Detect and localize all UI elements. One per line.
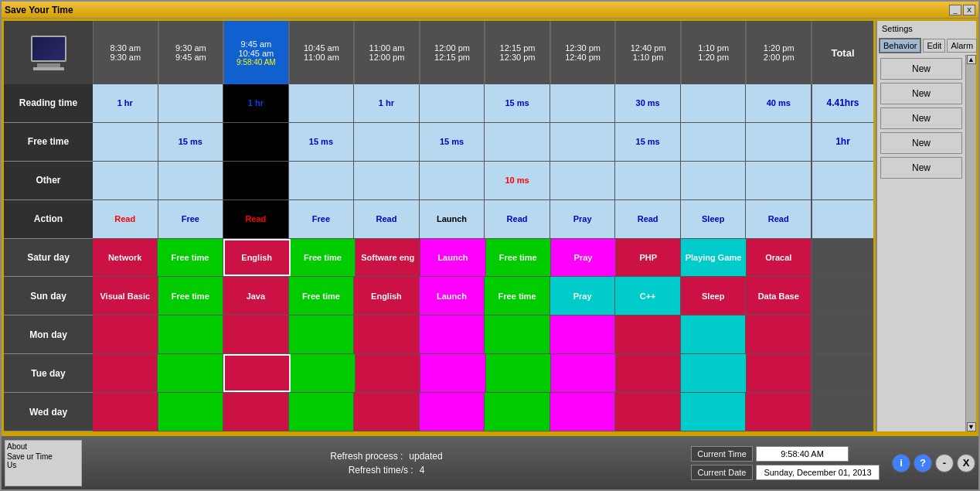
saturday-label[interactable]: Satur day — [4, 239, 93, 278]
sat-7[interactable]: Pray — [551, 239, 616, 277]
ar-2[interactable]: Read — [223, 200, 289, 238]
tue-0[interactable] — [93, 354, 158, 392]
mon-4[interactable] — [354, 315, 420, 353]
ft-3[interactable]: 15 ms — [289, 123, 355, 161]
ft-0[interactable] — [93, 123, 158, 161]
ar-8[interactable]: Read — [615, 200, 681, 238]
ot-5[interactable] — [420, 162, 485, 199]
ot-6[interactable]: 10 ms — [485, 162, 550, 199]
new-button-2[interactable]: New — [880, 83, 962, 104]
mon-5[interactable] — [420, 315, 485, 353]
ot-8[interactable] — [615, 162, 681, 199]
tue-10[interactable] — [747, 354, 812, 392]
scroll-down-button[interactable]: ▼ — [967, 422, 976, 431]
wed-10[interactable] — [746, 393, 812, 431]
sat-0[interactable]: Network — [93, 239, 158, 277]
sun-8[interactable]: C++ — [615, 277, 681, 315]
sun-2[interactable]: Java — [223, 277, 289, 315]
rt-5[interactable] — [420, 84, 485, 122]
tue-8[interactable] — [616, 354, 681, 392]
free-time-label[interactable]: Free time — [4, 123, 93, 162]
rt-3[interactable] — [289, 84, 355, 122]
wed-2[interactable] — [223, 393, 289, 431]
sat-6[interactable]: Free time — [486, 239, 551, 277]
wed-3[interactable] — [289, 393, 355, 431]
tue-9[interactable] — [681, 354, 746, 392]
ft-8[interactable]: 15 ms — [615, 123, 681, 161]
sun-7[interactable]: Pray — [550, 277, 616, 315]
mon-8[interactable] — [615, 315, 681, 353]
ot-1[interactable] — [158, 162, 224, 199]
sat-3[interactable]: Free time — [291, 239, 356, 277]
wed-5[interactable] — [420, 393, 485, 431]
ar-3[interactable]: Free — [289, 200, 355, 238]
ot-9[interactable] — [681, 162, 747, 199]
ot-0[interactable] — [93, 162, 158, 199]
ot-4[interactable] — [354, 162, 420, 199]
rt-9[interactable] — [681, 84, 747, 122]
new-button-3[interactable]: New — [880, 107, 962, 129]
sat-2[interactable]: English — [223, 239, 291, 277]
ot-2[interactable] — [223, 162, 289, 199]
sat-10[interactable]: Oracal — [747, 239, 812, 277]
minimize-icon-button[interactable]: - — [935, 454, 954, 472]
rt-1[interactable] — [158, 84, 224, 122]
close-button[interactable]: X — [963, 5, 975, 15]
wed-4[interactable] — [354, 393, 420, 431]
minimize-button[interactable]: _ — [949, 5, 961, 15]
help-icon-button[interactable]: ? — [914, 454, 932, 472]
sat-8[interactable]: PHP — [616, 239, 681, 277]
tue-6[interactable] — [486, 354, 551, 392]
action-label[interactable]: Action — [4, 200, 93, 239]
wed-9[interactable] — [681, 393, 747, 431]
mon-0[interactable] — [93, 315, 158, 353]
rt-2[interactable]: 1 hr — [223, 84, 289, 122]
rt-8[interactable]: 30 ms — [615, 84, 681, 122]
tue-4[interactable] — [356, 354, 420, 392]
info-icon-button[interactable]: i — [892, 454, 910, 472]
new-button-5[interactable]: New — [880, 157, 962, 179]
wed-7[interactable] — [550, 393, 616, 431]
ar-0[interactable]: Read — [93, 200, 158, 238]
sun-0[interactable]: Visual Basic — [93, 277, 158, 315]
sat-5[interactable]: Launch — [420, 239, 485, 277]
mon-6[interactable] — [485, 315, 550, 353]
ot-3[interactable] — [289, 162, 355, 199]
ft-5[interactable]: 15 ms — [420, 123, 485, 161]
ft-9[interactable] — [681, 123, 747, 161]
sun-4[interactable]: English — [354, 277, 420, 315]
alarm-button[interactable]: Alarm — [947, 39, 977, 53]
ar-6[interactable]: Read — [485, 200, 550, 238]
sunday-label[interactable]: Sun day — [4, 277, 93, 315]
mon-7[interactable] — [550, 315, 616, 353]
tue-5[interactable] — [420, 354, 485, 392]
ar-5[interactable]: Launch — [420, 200, 485, 238]
ar-4[interactable]: Read — [354, 200, 420, 238]
mon-1[interactable] — [158, 315, 224, 353]
ar-7[interactable]: Pray — [550, 200, 616, 238]
mon-10[interactable] — [746, 315, 812, 353]
sun-1[interactable]: Free time — [158, 277, 224, 315]
rt-4[interactable]: 1 hr — [354, 84, 420, 122]
rt-6[interactable]: 15 ms — [485, 84, 550, 122]
mon-3[interactable] — [289, 315, 355, 353]
rt-7[interactable] — [550, 84, 616, 122]
ar-1[interactable]: Free — [158, 200, 224, 238]
ft-10[interactable] — [746, 123, 812, 161]
wed-0[interactable] — [93, 393, 158, 431]
ar-10[interactable]: Read — [746, 200, 812, 238]
sun-6[interactable]: Free time — [485, 277, 550, 315]
ft-1[interactable]: 15 ms — [158, 123, 224, 161]
ot-7[interactable] — [550, 162, 616, 199]
sun-10[interactable]: Data Base — [746, 277, 812, 315]
sat-9[interactable]: Playing Game — [681, 239, 746, 277]
mon-2[interactable] — [223, 315, 289, 353]
wed-1[interactable] — [158, 393, 224, 431]
sun-5[interactable]: Launch — [420, 277, 485, 315]
monday-label[interactable]: Mon day — [4, 315, 93, 354]
new-button-1[interactable]: New — [880, 58, 962, 80]
ft-7[interactable] — [550, 123, 616, 161]
sun-9[interactable]: Sleep — [681, 277, 747, 315]
wednesday-label[interactable]: Wed day — [4, 393, 93, 431]
reading-time-label[interactable]: Reading time — [4, 84, 93, 123]
